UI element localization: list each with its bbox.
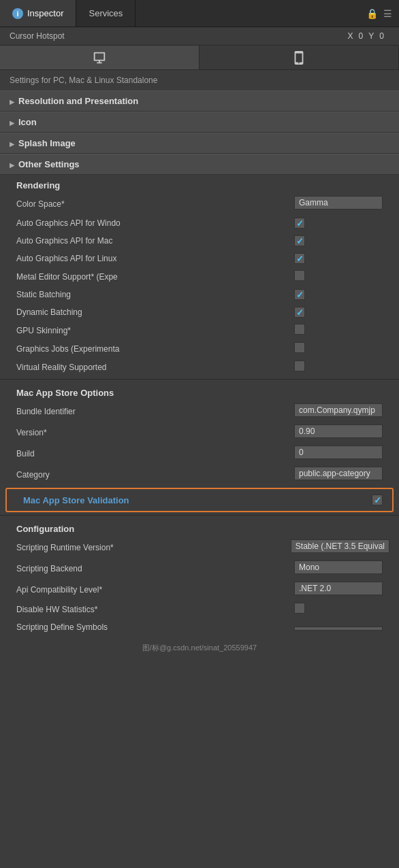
- category-input[interactable]: public.app-category: [294, 467, 383, 480]
- section-resolution[interactable]: Resolution and Presentation: [0, 90, 399, 112]
- mac-app-store-title: Mac App Store Options: [0, 382, 399, 401]
- auto-graphics-linux-checkbox[interactable]: [294, 253, 305, 264]
- mac-app-store-validation-row: Mac App Store Validation: [5, 488, 394, 512]
- gpu-skinning-checkbox[interactable]: [294, 324, 305, 335]
- bundle-id-input[interactable]: com.Company.qymjp: [294, 403, 383, 417]
- graphics-jobs-checkbox[interactable]: [294, 342, 305, 353]
- cursor-hotspot-x-label: X: [348, 31, 353, 41]
- auto-graphics-linux-checkbox-container: [294, 253, 389, 264]
- info-icon: i: [12, 8, 23, 19]
- scripting-define-input-container: [294, 622, 389, 633]
- configuration-title: Configuration: [0, 518, 399, 537]
- gpu-skinning-label: GPU Skinning*: [16, 326, 294, 335]
- vr-supported-row: Virtual Reality Supported: [0, 358, 399, 376]
- static-batching-checkbox-container: [294, 289, 389, 300]
- dynamic-batching-label: Dynamic Batching: [16, 307, 294, 317]
- disable-hw-checkbox[interactable]: [294, 603, 305, 614]
- platform-tab-bar: [0, 46, 399, 70]
- build-input[interactable]: 0: [294, 446, 383, 459]
- build-row: Build 0: [0, 443, 399, 464]
- header-actions: 🔒 ☰: [360, 0, 399, 27]
- disable-hw-label: Disable HW Statistics*: [16, 605, 294, 614]
- dynamic-batching-checkbox[interactable]: [294, 307, 305, 318]
- auto-graphics-windows-checkbox[interactable]: [294, 218, 305, 229]
- cursor-hotspot-row: Cursor Hotspot X 0 Y 0: [0, 27, 399, 46]
- auto-graphics-linux-row: Auto Graphics API for Linux: [0, 250, 399, 267]
- scripting-backend-row: Scripting Backend Mono: [0, 558, 399, 579]
- platform-tab-desktop[interactable]: [0, 46, 200, 69]
- section-icon[interactable]: Icon: [0, 112, 399, 133]
- build-label: Build: [16, 449, 294, 458]
- scripting-define-label: Scripting Define Symbols: [16, 622, 294, 632]
- bundle-id-input-container: com.Company.qymjp: [294, 403, 389, 419]
- section-splash[interactable]: Splash Image: [0, 133, 399, 154]
- bundle-id-row: Bundle Identifier com.Company.qymjp: [0, 401, 399, 422]
- cursor-hotspot-y-value[interactable]: 0: [379, 31, 384, 41]
- disable-hw-checkbox-container: [294, 603, 389, 616]
- divider-2: [0, 515, 399, 516]
- menu-icon[interactable]: ☰: [383, 8, 392, 19]
- vr-supported-checkbox-container: [294, 361, 389, 373]
- metal-editor-checkbox-container: [294, 270, 389, 283]
- version-input-container: 0.90: [294, 424, 389, 440]
- validation-label: Mac App Store Validation: [23, 495, 372, 505]
- auto-graphics-windows-checkbox-container: [294, 218, 389, 229]
- cursor-hotspot-x-value[interactable]: 0: [359, 31, 364, 41]
- scripting-runtime-dropdown-container: Stable (.NET 3.5 Equival: [291, 539, 389, 555]
- bundle-id-label: Bundle Identifier: [16, 407, 294, 416]
- color-space-dropdown[interactable]: Gamma: [294, 196, 389, 212]
- vr-supported-label: Virtual Reality Supported: [16, 363, 294, 372]
- scripting-runtime-row: Scripting Runtime Version* Stable (.NET …: [0, 537, 399, 558]
- graphics-jobs-label: Graphics Jobs (Experimenta: [16, 344, 294, 354]
- cursor-hotspot-label: Cursor Hotspot: [10, 31, 348, 41]
- scripting-define-input[interactable]: [294, 627, 383, 631]
- scripting-backend-label: Scripting Backend: [16, 564, 294, 573]
- scripting-runtime-label: Scripting Runtime Version*: [16, 543, 291, 552]
- divider-1: [0, 379, 399, 380]
- api-compat-dropdown-container: .NET 2.0: [294, 582, 389, 597]
- tab-inspector[interactable]: i Inspector: [0, 0, 76, 27]
- header-bar: i Inspector Services 🔒 ☰: [0, 0, 399, 27]
- vr-supported-checkbox[interactable]: [294, 361, 305, 371]
- auto-graphics-linux-label: Auto Graphics API for Linux: [16, 254, 294, 263]
- metal-editor-checkbox[interactable]: [294, 270, 305, 281]
- version-label: Version*: [16, 428, 294, 437]
- auto-graphics-mac-checkbox[interactable]: [294, 235, 305, 246]
- desktop-icon: [92, 50, 107, 65]
- disable-hw-row: Disable HW Statistics*: [0, 600, 399, 618]
- static-batching-checkbox[interactable]: [294, 289, 305, 300]
- tab-services[interactable]: Services: [76, 0, 135, 27]
- validation-checkbox[interactable]: [372, 495, 383, 505]
- category-input-container: public.app-category: [294, 467, 389, 482]
- services-tab-label: Services: [89, 8, 123, 18]
- platform-tab-mobile[interactable]: [200, 46, 399, 69]
- metal-editor-label: Metal Editor Support* (Expe: [16, 272, 294, 282]
- auto-graphics-mac-checkbox-container: [294, 235, 389, 246]
- color-space-label: Color Space*: [16, 199, 294, 209]
- auto-graphics-windows-label: Auto Graphics API for Windo: [16, 218, 294, 228]
- lock-icon: 🔒: [366, 8, 378, 19]
- version-row: Version* 0.90: [0, 422, 399, 443]
- auto-graphics-windows-row: Auto Graphics API for Windo: [0, 214, 399, 232]
- mobile-icon: [291, 50, 306, 65]
- gpu-skinning-row: GPU Skinning*: [0, 321, 399, 339]
- section-other[interactable]: Other Settings: [0, 154, 399, 175]
- category-label: Category: [16, 470, 294, 480]
- rendering-title: Rendering: [0, 175, 399, 193]
- scripting-runtime-dropdown[interactable]: Stable (.NET 3.5 Equival: [291, 539, 389, 553]
- api-compat-label: Api Compatibility Level*: [16, 585, 294, 595]
- api-compat-dropdown[interactable]: .NET 2.0: [294, 582, 383, 595]
- version-input[interactable]: 0.90: [294, 424, 383, 438]
- color-space-value[interactable]: Gamma: [294, 196, 383, 210]
- scripting-define-row: Scripting Define Symbols: [0, 618, 399, 636]
- auto-graphics-mac-row: Auto Graphics API for Mac: [0, 232, 399, 250]
- cursor-hotspot-y-label: Y: [368, 31, 374, 41]
- metal-editor-row: Metal Editor Support* (Expe: [0, 267, 399, 286]
- color-space-row: Color Space* Gamma: [0, 193, 399, 214]
- api-compat-row: Api Compatibility Level* .NET 2.0: [0, 579, 399, 600]
- scripting-backend-dropdown[interactable]: Mono: [294, 561, 383, 574]
- build-input-container: 0: [294, 446, 389, 461]
- graphics-jobs-checkbox-container: [294, 342, 389, 355]
- gpu-skinning-checkbox-container: [294, 324, 389, 337]
- dynamic-batching-checkbox-container: [294, 307, 389, 318]
